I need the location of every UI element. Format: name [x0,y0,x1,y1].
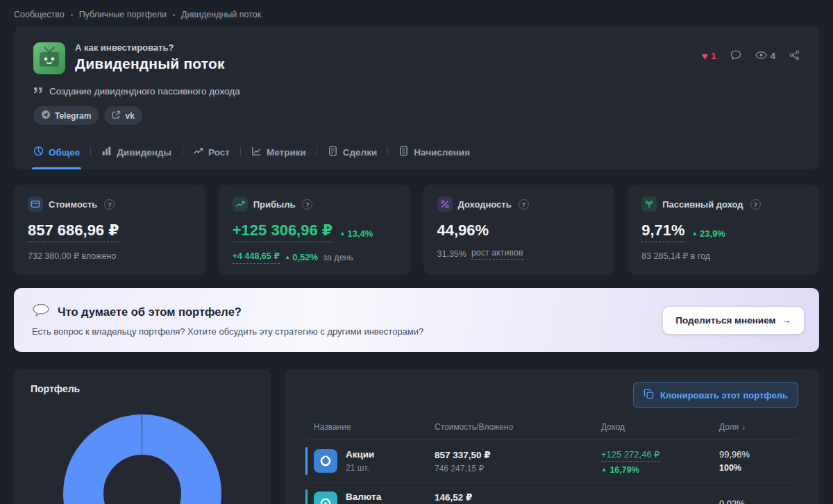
tab-accruals[interactable]: Начисления [398,146,470,169]
copy-icon [643,389,654,401]
views-count: 4 [771,51,775,61]
comment-icon [730,49,741,62]
author-link[interactable]: А как инвестировать? [75,42,225,53]
line-chart-icon [251,146,262,158]
breadcrumb-separator-icon [71,14,73,16]
triangle-up-icon: ▲ [692,230,698,237]
triangle-up-icon: ▲ [339,230,345,237]
share-button[interactable] [789,50,800,62]
heart-icon: ♥ [702,51,708,61]
profit-chart-icon [233,196,248,212]
share-opinion-button[interactable]: Поделиться мнением → [663,307,804,334]
stat-card-passive-income: Пассивный доход ? 9,71% ▲ 23,9% 83 285,1… [628,185,819,275]
delta-value: 16,79% [609,465,639,475]
tv-cartoon-icon [33,42,65,74]
button-label: Поделиться мнением [675,315,775,326]
arrow-right-icon: → [782,315,792,326]
portfolio-donut-chart[interactable] [62,414,222,504]
profit-value[interactable]: +125 306,96 ₽ [233,221,333,242]
breadcrumb-community[interactable]: Сообщество [14,10,65,19]
delta-value: 23,9% [700,228,725,239]
document-icon [328,146,338,158]
sort-down-icon: ↓ [741,422,746,432]
like-count: 1 [712,51,716,61]
tab-growth[interactable]: Рост [193,146,230,169]
tab-label: Метрики [267,147,306,158]
bar-chart-icon [101,146,112,158]
asset-share: 99,96% [719,449,798,460]
like-button[interactable]: ♥ 1 [702,51,716,61]
tab-label: Дивиденды [117,147,171,158]
portfolio-avatar [33,42,65,74]
portfolio-header-card: А как инвестировать? Дивидендный поток ♥… [14,26,819,169]
asset-value: 146,52 ₽ [435,492,601,503]
yield-value: 44,96% [437,221,489,240]
tab-bar: Общее Дивиденды Рост Метри [33,146,800,169]
column-header-income[interactable]: Доход [601,422,719,432]
asset-share-total: 100% [719,463,798,473]
trending-up-icon [193,146,203,158]
page-title: Дивидендный поток [75,56,225,72]
stat-card-yield: Доходность ? 44,96% 31,35% рост активов [423,185,615,275]
asset-income[interactable]: +125 272,46 ₽ [601,449,660,462]
help-icon[interactable]: ? [302,199,312,210]
quote-icon [33,86,43,96]
tab-general[interactable]: Общее [33,146,80,169]
table-row-currency[interactable]: Валюта 1 шт. 146,52 ₽ 146,52 ₽ 0,02% [305,482,798,504]
tab-separator [90,146,91,156]
portfolio-value[interactable]: 857 686,96 ₽ [28,221,119,242]
column-header-name[interactable]: Название [305,422,435,432]
tab-dividends[interactable]: Дивиденды [101,146,171,169]
chart-title: Портфель [31,383,254,394]
column-header-value[interactable]: Стоимость/Вложено [435,422,601,432]
triangle-up-icon: ▲ [285,254,290,260]
eye-icon [755,51,767,62]
asset-share: 0,02% [719,498,798,504]
discussion-banner: Что думаете об этом портфеле? Есть вопро… [14,288,819,352]
telegram-link[interactable]: Telegram [33,106,99,125]
stat-card-profit: Прибыль ? +125 306,96 ₽ ▲ 13,4% +4 448,6… [219,185,410,275]
stat-label: Стоимость [49,199,97,210]
table-row-stocks[interactable]: Акции 21 шт. 857 337,50 ₽ 746 247,15 ₽ +… [305,440,798,482]
row-accent-bar [305,489,308,504]
breadcrumb-public-portfolios[interactable]: Публичные портфели [79,10,167,19]
stats-row: Стоимость ? 857 686,96 ₽ 732 380,00 ₽ вл… [14,185,819,275]
tab-metrics[interactable]: Метрики [251,146,306,169]
breadcrumb-separator-icon [173,14,175,16]
vk-link[interactable]: vk [104,106,142,125]
banner-subtitle: Есть вопрос к владельцу портфеля? Хотите… [32,326,423,337]
holdings-table: Название Стоимость/Вложено Доход Доля ↓ [305,422,798,504]
description-text: Создание дивидендного пассивного дохода [49,86,240,96]
comments-button[interactable] [730,49,741,62]
wallet-icon [28,196,43,212]
tab-separator [387,146,388,156]
day-profit-delta: ▲ 0,52% [285,252,318,262]
receipt-icon [398,146,409,158]
stat-label: Прибыль [253,199,296,210]
portfolio-description: Создание дивидендного пассивного дохода [33,86,800,96]
asset-growth-label[interactable]: рост активов [471,248,523,260]
stocks-icon [314,449,337,473]
yearly-income: 83 285,14 ₽ в год [641,251,710,261]
stat-label: Доходность [458,199,512,210]
help-icon[interactable]: ? [750,199,761,210]
help-icon[interactable]: ? [519,199,529,210]
telegram-icon [41,110,51,121]
clone-portfolio-button[interactable]: Клонировать этот портфель [633,382,798,408]
views-counter: 4 [755,51,775,62]
tab-label: Начисления [414,147,470,158]
column-header-share[interactable]: Доля ↓ [719,422,798,432]
tab-deals[interactable]: Сделки [328,146,377,169]
asset-name: Валюта [346,492,381,502]
invested-amount: 732 380,00 ₽ вложено [28,251,116,261]
day-profit-amount[interactable]: +4 448,65 ₽ [233,251,280,264]
percent-icon [437,196,453,212]
asset-income-delta: ▲ 16,79% [601,465,719,475]
passive-income-value[interactable]: 9,71% [641,221,684,242]
vk-label: vk [125,111,134,121]
tab-label: Рост [208,147,230,158]
share-icon [789,50,800,62]
asset-value: 857 337,50 ₽ [435,449,601,460]
help-icon[interactable]: ? [104,199,115,210]
tab-separator [240,146,241,156]
